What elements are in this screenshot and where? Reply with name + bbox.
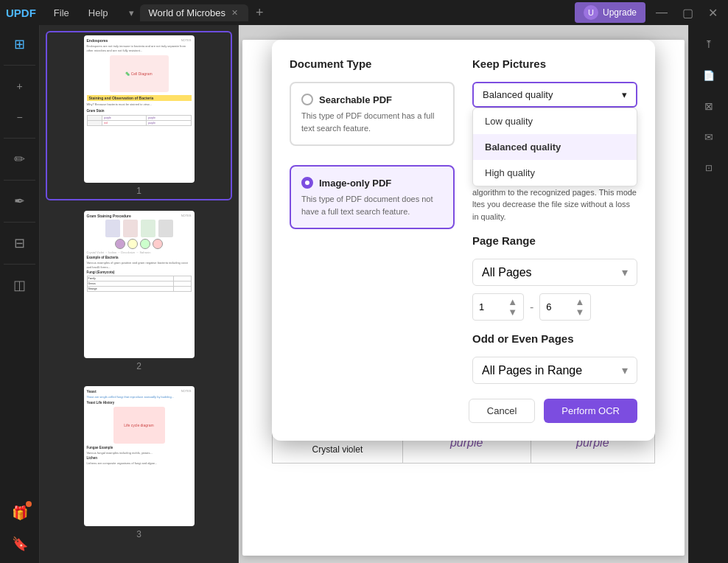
menu-bar: File Help	[45, 4, 117, 21]
ocr-dialog-overlay: Document Type Searchable PDF This type o…	[239, 25, 688, 563]
radio-image-only[interactable]	[301, 177, 313, 189]
page-2-thumbnail: Gram Staining Procedure NOTES Crystal Vi…	[84, 211, 195, 358]
dropdown-arrow-icon: ▾	[622, 89, 627, 100]
separator	[4, 65, 35, 66]
quality-low[interactable]: Low quality	[473, 108, 637, 134]
ocr-icon[interactable]: ⊡	[696, 155, 722, 181]
keep-pictures-selected: Balanced quality	[483, 89, 553, 100]
image-only-label: Image-only PDF	[319, 178, 391, 189]
zoom-out-icon[interactable]: −	[7, 104, 33, 130]
range-from-value: 1	[479, 301, 484, 312]
edit-icon[interactable]: ✒	[7, 188, 33, 214]
odd-even-arrow: ▾	[622, 363, 628, 377]
mail-icon[interactable]: ✉	[696, 124, 722, 150]
stepper-down[interactable]: ▼	[508, 307, 517, 317]
main-area: ⊞ + − ✏ ✒ ⊟ ◫ 🎁 🔖 Endospores NOTES Endos…	[0, 25, 728, 563]
range-to-input[interactable]: 6 ▲ ▼	[539, 293, 591, 321]
option-header: Image-only PDF	[301, 177, 443, 189]
separator	[4, 222, 35, 223]
page-range-label: Page Range	[472, 234, 637, 247]
layers-icon[interactable]: ◫	[7, 272, 33, 298]
keep-pictures-section: Keep Pictures Balanced quality ▾ Low qua…	[472, 57, 637, 223]
stepper-up[interactable]: ▲	[508, 297, 517, 307]
keep-pictures-menu: Low quality Balanced quality High qualit…	[472, 108, 637, 186]
odd-even-selected: All Pages in Range	[482, 364, 582, 377]
keep-pictures-dropdown[interactable]: Balanced quality ▾	[472, 82, 637, 108]
minimize-button[interactable]: —	[651, 4, 672, 21]
quality-high[interactable]: High quality	[473, 160, 637, 186]
zoom-in-icon[interactable]: +	[7, 73, 33, 99]
radio-searchable[interactable]	[301, 94, 313, 105]
range-from-stepper[interactable]: ▲ ▼	[508, 297, 517, 317]
save-icon[interactable]: ⤒	[696, 31, 722, 57]
page-3-number: 3	[136, 529, 141, 539]
pdf-export-icon[interactable]: 📄	[696, 62, 722, 88]
titlebar: UPDF File Help ▾ World of Microbes ✕ + U…	[0, 0, 728, 25]
close-button[interactable]: ✕	[704, 4, 722, 21]
dialog-columns: Document Type Searchable PDF This type o…	[290, 57, 637, 399]
page-sidebar: Endospores NOTES Endospores are not trul…	[40, 25, 239, 563]
share-icon[interactable]: ⊠	[696, 93, 722, 119]
image-only-desc: This type of PDF document does not have …	[301, 193, 443, 217]
keep-pictures-dropdown-wrapper: Balanced quality ▾ Low quality Balanced …	[472, 82, 637, 108]
app-logo: UPDF	[6, 7, 36, 19]
page-1-thumbnail: Endospores NOTES Endospores are not trul…	[84, 35, 195, 183]
tab-bar: ▾ World of Microbes ✕ +	[126, 4, 572, 21]
left-toolbar: ⊞ + − ✏ ✒ ⊟ ◫ 🎁 🔖	[0, 25, 40, 563]
separator	[4, 138, 35, 139]
page-2-number: 2	[136, 361, 141, 371]
new-tab-button[interactable]: +	[251, 5, 268, 21]
page-range-section: Page Range All Pages ▾ 1 ▲ ▼	[472, 234, 637, 321]
separator	[4, 180, 35, 181]
page-1-number: 1	[136, 186, 141, 196]
dialog-actions: Cancel Perform OCR	[290, 399, 637, 423]
cancel-button[interactable]: Cancel	[469, 399, 535, 423]
quality-balanced[interactable]: Balanced quality	[473, 134, 637, 160]
range-to-stepper[interactable]: ▲ ▼	[575, 297, 584, 317]
range-from-input[interactable]: 1 ▲ ▼	[472, 293, 524, 321]
thumbnail-page-2[interactable]: Gram Staining Procedure NOTES Crystal Vi…	[46, 206, 232, 376]
maximize-button[interactable]: ▢	[678, 4, 698, 21]
page-range-arrow: ▾	[622, 265, 628, 279]
upgrade-label: Upgrade	[603, 7, 637, 18]
menu-help[interactable]: Help	[80, 4, 117, 21]
searchable-desc: This type of PDF document has a full tex…	[301, 110, 443, 134]
perform-ocr-button[interactable]: Perform OCR	[544, 399, 637, 423]
gift-badge	[26, 501, 32, 507]
menu-file[interactable]: File	[45, 4, 78, 21]
odd-even-label: Odd or Even Pages	[472, 332, 637, 345]
odd-even-section: Odd or Even Pages All Pages in Range ▾	[472, 332, 637, 384]
tab-title: World of Microbes	[149, 7, 226, 18]
annotate-icon[interactable]: ✏	[7, 146, 33, 172]
page-range-dropdown[interactable]: All Pages ▾	[472, 259, 637, 286]
titlebar-right: U Upgrade — ▢ ✕	[575, 2, 722, 23]
range-to-value: 6	[546, 301, 551, 312]
thumbnail-page-1[interactable]: Endospores NOTES Endospores are not trul…	[46, 31, 232, 200]
tab-close-button[interactable]: ✕	[230, 8, 239, 18]
user-avatar: U	[584, 5, 598, 20]
page-range-selected: All Pages	[482, 266, 532, 279]
thumbnail-page-3[interactable]: Yeast NOTES Yeast are single-celled fung…	[46, 382, 232, 544]
gift-icon[interactable]: 🎁	[7, 500, 33, 526]
right-section: Keep Pictures Balanced quality ▾ Low qua…	[472, 57, 637, 399]
page-range-inputs: 1 ▲ ▼ - 6 ▲	[472, 293, 637, 321]
document-type-section: Document Type Searchable PDF This type o…	[290, 57, 455, 399]
option-header: Searchable PDF	[301, 94, 443, 105]
stepper-up[interactable]: ▲	[575, 297, 584, 307]
content-area: Chapter Endospores Endospores are extrem…	[239, 25, 688, 563]
doc-type-options: Searchable PDF This type of PDF document…	[290, 82, 455, 229]
searchable-pdf-option[interactable]: Searchable PDF This type of PDF document…	[290, 82, 455, 146]
stepper-down[interactable]: ▼	[575, 307, 584, 317]
keep-pictures-label: Keep Pictures	[472, 57, 637, 70]
bookmark-icon[interactable]: 🔖	[7, 531, 33, 557]
odd-even-dropdown[interactable]: All Pages in Range ▾	[472, 357, 637, 384]
upgrade-button[interactable]: U Upgrade	[575, 2, 645, 23]
thumbnail-panel-icon[interactable]: ⊞	[7, 31, 33, 57]
image-only-pdf-option[interactable]: Image-only PDF This type of PDF document…	[290, 165, 455, 229]
organize-icon[interactable]: ⊟	[7, 230, 33, 256]
tab-arrow[interactable]: ▾	[126, 7, 137, 18]
tab-world-microbes[interactable]: World of Microbes ✕	[140, 4, 249, 21]
right-toolbar: ⤒ 📄 ⊠ ✉ ⊡	[688, 25, 728, 563]
ocr-dialog: Document Type Searchable PDF This type o…	[272, 40, 655, 441]
logo-text: UPDF	[6, 7, 36, 19]
